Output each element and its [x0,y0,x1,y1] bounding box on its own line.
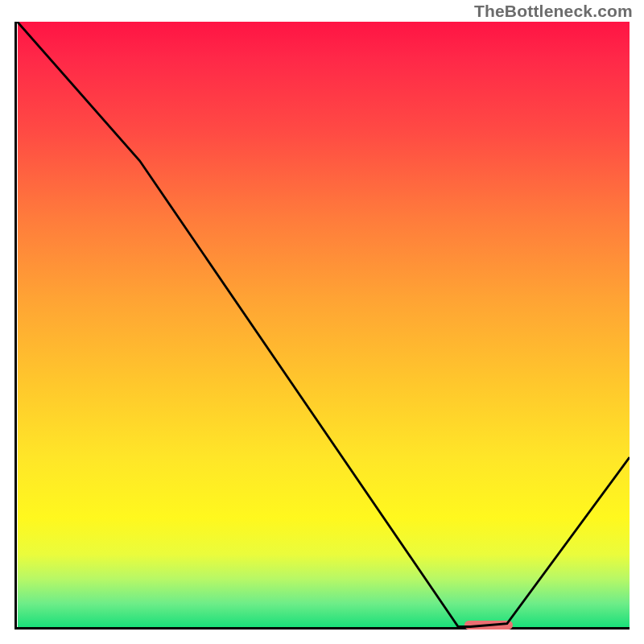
bottleneck-curve [14,22,630,630]
watermark-label: TheBottleneck.com [474,2,633,21]
plot-area [14,22,630,630]
chart-container: TheBottleneck.com [0,0,644,644]
